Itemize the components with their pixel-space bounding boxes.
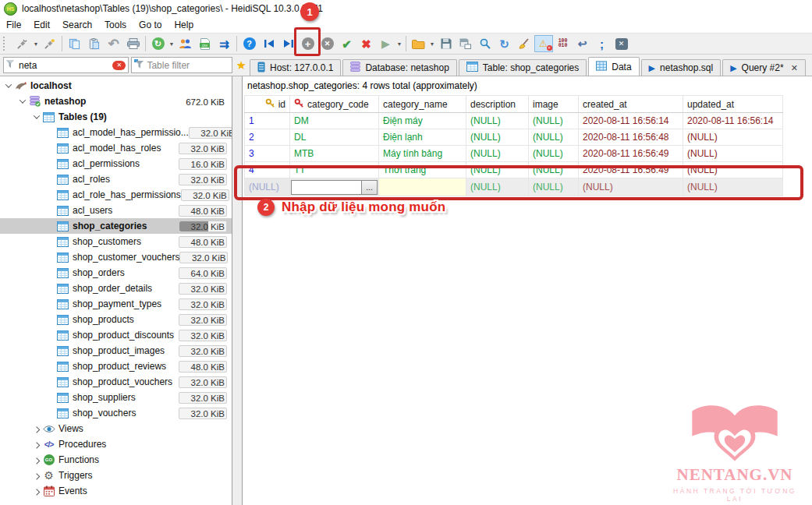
- favorites-star-icon[interactable]: ★: [236, 58, 246, 72]
- chevron-right-icon[interactable]: [31, 442, 42, 447]
- tree-item-events[interactable]: Events: [0, 483, 232, 499]
- cell-updated_at[interactable]: 2020-08-11 16:56:14: [683, 113, 783, 129]
- chevron-down-icon[interactable]: [3, 83, 14, 88]
- cell-image[interactable]: (NULL): [529, 146, 579, 162]
- tree-item-acl-users[interactable]: acl_users48.0 KiB: [0, 203, 232, 218]
- cell-created_at[interactable]: 2020-08-11 16:56:48: [579, 129, 683, 146]
- menu-go-to[interactable]: Go to: [133, 18, 168, 32]
- cell-image[interactable]: (NULL): [529, 113, 579, 129]
- cell-description[interactable]: (NULL): [466, 146, 529, 162]
- tree-item-localhost[interactable]: localhost: [0, 78, 232, 94]
- chevron-right-icon[interactable]: [31, 473, 42, 478]
- menu-help[interactable]: Help: [168, 18, 200, 32]
- toolbar-refresh-dropdown-icon[interactable]: ▼: [168, 35, 176, 52]
- cell-category_name[interactable]: Thời trang: [379, 162, 466, 178]
- column-header-id[interactable]: id: [245, 96, 290, 113]
- clear-filter-icon[interactable]: ✕: [112, 61, 126, 70]
- toolbar-print-button[interactable]: [123, 35, 143, 52]
- editor-text-field[interactable]: [292, 181, 361, 194]
- cell-category_code[interactable]: DL: [290, 129, 379, 146]
- tree-item-shop-product-images[interactable]: shop_product_images32.0 KiB: [0, 343, 232, 358]
- toolbar-paste-button[interactable]: [84, 35, 104, 52]
- tree-item-acl-model-has-permissio[interactable]: acl_model_has_permissio...32.0 KiB: [0, 125, 232, 140]
- toolbar-disconnect-button[interactable]: [40, 35, 59, 52]
- cell-description[interactable]: (NULL): [466, 129, 529, 146]
- column-header-updated_at[interactable]: updated_at: [683, 96, 783, 113]
- toolbar-connect-dropdown-icon[interactable]: ▼: [32, 35, 40, 52]
- cell-image[interactable]: (NULL): [529, 162, 579, 178]
- tree-item-shop-vouchers[interactable]: shop_vouchers32.0 KiB: [0, 405, 232, 421]
- toolbar-post-changes-button[interactable]: ✔: [337, 35, 356, 52]
- tab-netashop-sql[interactable]: ▶netashop.sql: [641, 59, 722, 76]
- cell-description[interactable]: (NULL): [466, 162, 529, 178]
- cell-image[interactable]: (NULL): [529, 129, 579, 146]
- tab-query-2[interactable]: ▶Query #2*✕: [722, 59, 806, 76]
- cell-description[interactable]: (NULL): [466, 113, 529, 129]
- tree-item-shop-order-details[interactable]: shop_order_details32.0 KiB: [0, 281, 232, 296]
- tree-item-shop-products[interactable]: shop_products32.0 KiB: [0, 312, 232, 327]
- toolbar-help-button[interactable]: ?: [239, 35, 259, 52]
- tree-item-shop-customer-vouchers[interactable]: shop_customer_vouchers32.0 KiB: [0, 249, 232, 265]
- cell-updated_at[interactable]: (NULL): [683, 178, 783, 196]
- toolbar-open-file-button[interactable]: [409, 35, 428, 52]
- column-header-created_at[interactable]: created_at: [579, 96, 683, 113]
- tree-item-shop-payment-types[interactable]: shop_payment_types32.0 KiB: [0, 296, 232, 312]
- table-filter-input[interactable]: Table filter: [131, 57, 232, 73]
- cell-image[interactable]: (NULL): [529, 178, 579, 196]
- chevron-right-icon[interactable]: [31, 489, 42, 493]
- cell-id[interactable]: 3: [245, 146, 290, 162]
- tree-item-shop-categories[interactable]: shop_categories32.0 KiB: [0, 218, 232, 234]
- tree-item-functions[interactable]: GOFunctions: [0, 452, 232, 468]
- tab-database-netashop[interactable]: Database: netashop: [342, 59, 456, 76]
- toolbar-first-row-button[interactable]: [259, 35, 278, 52]
- toolbar-reload-button[interactable]: ↻: [495, 35, 514, 52]
- cell-id[interactable]: 1: [245, 113, 290, 129]
- tab-table-shop-categories[interactable]: Table: shop_categories: [459, 59, 587, 76]
- column-header-image[interactable]: image: [529, 96, 579, 113]
- cell-id[interactable]: 2: [245, 129, 290, 146]
- cell-editor-input[interactable]: ...: [291, 180, 378, 195]
- toolbar-execute-sql-button[interactable]: ▶: [376, 35, 395, 52]
- cell-description[interactable]: (NULL): [466, 178, 529, 196]
- toolbar-execute-sql-dropdown-icon[interactable]: ▼: [395, 35, 403, 52]
- menu-search[interactable]: Search: [56, 18, 98, 32]
- toolbar-undo-button[interactable]: ↶: [104, 35, 123, 52]
- toolbar-open-file-dropdown-icon[interactable]: ▼: [428, 35, 436, 52]
- toolbar-connect-button[interactable]: [12, 35, 32, 52]
- tree-item-acl-roles[interactable]: acl_roles32.0 KiB: [0, 171, 232, 187]
- toolbar-export-csv-button[interactable]: csv: [195, 35, 215, 52]
- tree-item-shop-product-discounts[interactable]: shop_product_discounts32.0 KiB: [0, 327, 232, 343]
- cell-updated_at[interactable]: (NULL): [683, 146, 783, 162]
- tree-item-acl-role-has-permissions[interactable]: acl_role_has_permissions32.0 KiB: [0, 187, 232, 203]
- chevron-down-icon[interactable]: [31, 115, 42, 119]
- cell-id[interactable]: (NULL): [245, 178, 290, 196]
- cell-created_at[interactable]: (NULL): [579, 178, 683, 196]
- toolbar-save-as-button[interactable]: [456, 35, 475, 52]
- tree-item-triggers[interactable]: ⚙Triggers: [0, 468, 232, 483]
- cell-category_name[interactable]: Máy tính bảng: [379, 146, 466, 162]
- toolbar-discard-changes-button[interactable]: ✖: [356, 35, 376, 52]
- tree-item-shop-orders[interactable]: shop_orders64.0 KiB: [0, 265, 232, 281]
- cell-category_code[interactable]: TT: [290, 162, 379, 178]
- toolbar-binary-view-button[interactable]: 100010: [553, 35, 573, 52]
- tab-host-127-0-0-1[interactable]: Host: 127.0.0.1: [250, 59, 341, 76]
- menu-tools[interactable]: Tools: [98, 18, 133, 32]
- cell-category-name[interactable]: [379, 178, 466, 196]
- chevron-right-icon[interactable]: [31, 426, 42, 431]
- editor-ellipsis-button[interactable]: ...: [361, 181, 377, 194]
- tree-item-shop-customers[interactable]: shop_customers48.0 KiB: [0, 234, 232, 249]
- chevron-right-icon[interactable]: [31, 457, 42, 462]
- tree-item-acl-permissions[interactable]: acl_permissions16.0 KiB: [0, 156, 232, 171]
- cell-created_at[interactable]: 2020-08-11 16:56:49: [579, 162, 683, 178]
- chevron-down-icon[interactable]: [17, 99, 28, 104]
- toolbar-data-flow-button[interactable]: ⇉: [215, 35, 234, 52]
- column-header-category_code[interactable]: category_code: [290, 96, 379, 113]
- toolbar-semicolon-button[interactable]: ;: [592, 35, 612, 52]
- toolbar-warnings-button[interactable]: ⚠✕: [534, 35, 553, 52]
- cell-category_name[interactable]: Điện lạnh: [379, 129, 466, 146]
- cell-category_code[interactable]: DM: [290, 113, 379, 129]
- tree-item-shop-suppliers[interactable]: shop_suppliers32.0 KiB: [0, 390, 232, 405]
- cell-updated_at[interactable]: (NULL): [683, 129, 783, 146]
- session-filter-input[interactable]: neta ✕: [3, 57, 129, 73]
- menu-edit[interactable]: Edit: [27, 18, 56, 32]
